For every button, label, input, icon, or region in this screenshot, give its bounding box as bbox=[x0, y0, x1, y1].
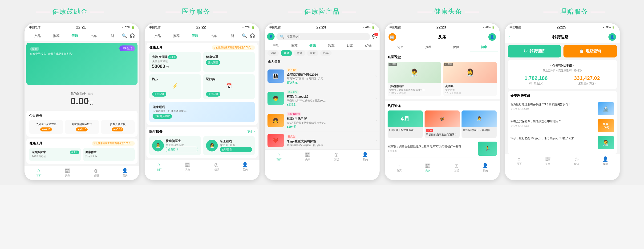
tab-home-2[interactable]: ⌂首页 bbox=[144, 162, 173, 172]
tab-home-4[interactable]: ⌂首页 bbox=[385, 163, 414, 172]
claim-btn-query[interactable]: 📋 理赔查询 bbox=[564, 45, 617, 58]
claim-header: ‹ 我要理赔 👤 bbox=[505, 31, 620, 43]
nav-car-2[interactable]: 汽车 bbox=[204, 33, 223, 39]
user-icon-4[interactable]: 👤 bbox=[488, 33, 496, 41]
tab-mine-5[interactable]: 👤我的 bbox=[591, 156, 620, 166]
tab-mine-2[interactable]: 👤我的 bbox=[231, 162, 260, 172]
nav-health-3[interactable]: 健康 bbox=[304, 43, 322, 49]
nav-product-1[interactable]: 产品 bbox=[28, 33, 47, 39]
tool-weight[interactable]: 健康体重 开始测量 ▶ bbox=[83, 148, 135, 161]
tool-box-walk[interactable]: 走路换保障 马上抢 免费最高可领 50000 元 bbox=[149, 52, 201, 72]
coin-explain[interactable]: 视频 bbox=[88, 92, 93, 95]
claim-title: 我要理赔 bbox=[512, 34, 608, 40]
tab-mine-1[interactable]: 👤 我的 bbox=[111, 168, 140, 178]
sub-nav-subscribe[interactable]: 订阅 bbox=[387, 43, 414, 52]
tab-home-3[interactable]: ⌂首页 bbox=[265, 152, 294, 161]
filter-all[interactable]: 全部 bbox=[268, 50, 279, 56]
carrier-2: 中国电信 bbox=[149, 26, 160, 30]
tool-box-weight[interactable]: 健康体重 开始测量 bbox=[203, 52, 255, 72]
nav-car-3[interactable]: 汽车 bbox=[322, 43, 341, 49]
nav-product-3[interactable]: 产品 bbox=[266, 43, 285, 49]
tab-headline-4[interactable]: 📰头条 bbox=[414, 163, 442, 172]
service-icon-1[interactable]: 🎧 bbox=[130, 33, 136, 39]
claim-btn-apply[interactable]: 🛡 我要理赔 bbox=[508, 45, 561, 58]
nav-recommend-1[interactable]: 推荐 bbox=[47, 33, 66, 39]
news-card-3[interactable]: 👨‍⚕️ 重疾罕见病0...了解详情 bbox=[462, 110, 496, 138]
filter-health[interactable]: 健康 bbox=[281, 50, 292, 56]
phone-3: 中国电信 22:24 ▲ 69% 🔋 👤 🔍 💬 32 bbox=[264, 23, 380, 180]
doctor-card-1[interactable]: 👨‍⚕️ 31课时 便秘的秘密 学祖资，朝阳医院西区肛肠科主任 1012人正在学… bbox=[388, 62, 441, 96]
section-title-1: 健康鼓励金 bbox=[7, 5, 133, 21]
tab-discover-3[interactable]: ◎发现 bbox=[322, 152, 351, 161]
task-items: 了解医疗保险方案 ⊕+0.18 测试你的风险缺口 ⊕+0.18 步数兑换保额 ⊕… bbox=[29, 120, 135, 134]
news-card-2[interactable]: 🦋 NEW 甲状腺疾病高发如何预防？ bbox=[424, 110, 460, 138]
tab-headline-5[interactable]: 📰头条 bbox=[534, 156, 562, 166]
sub-nav-health[interactable]: 健康 bbox=[470, 43, 498, 52]
tab-mine-3[interactable]: 👤我的 bbox=[351, 152, 380, 161]
nav-wealth-2[interactable]: 财 bbox=[223, 33, 242, 39]
nav-product-2[interactable]: 产品 bbox=[148, 33, 167, 39]
vip-badge[interactable]: U享会员 bbox=[120, 46, 135, 51]
nav-wealth-3[interactable]: 财富 bbox=[340, 43, 359, 49]
tab-headline-1[interactable]: 📰 头条 bbox=[53, 168, 82, 178]
nav-optimal-3[interactable]: 优选 bbox=[359, 43, 378, 49]
sub-nav-4: 订阅 推荐 保险 健康 bbox=[385, 43, 500, 52]
tool-box-calendar[interactable]: 记姨妈 📅 开始记录 bbox=[203, 74, 255, 100]
tool-box-run[interactable]: 跑步 ⚡ 开始记录 bbox=[149, 74, 201, 100]
task-2[interactable]: 测试你的风险缺口 ⊕+0.18 bbox=[65, 120, 99, 134]
tab-discover-5[interactable]: ◎发现 bbox=[562, 156, 591, 166]
tab-home-5[interactable]: ⌂首页 bbox=[505, 156, 534, 166]
tab-mine-4[interactable]: 👤我的 bbox=[471, 163, 500, 172]
tab-discover-4[interactable]: ◎发现 bbox=[442, 163, 471, 172]
more-btn-2[interactable]: 更多> bbox=[247, 130, 254, 134]
sleep-banner[interactable]: 健康睡眠 头颈转两圈，舒展展望望望天... 了解更多睡眠 bbox=[149, 102, 255, 122]
claim-article-2[interactable]: 我有众安保险单，出险该怎么申请理赔？ 众安头条 ◎ 4003 保险100问 bbox=[510, 117, 614, 134]
nav-recommend-2[interactable]: 推荐 bbox=[167, 33, 186, 39]
product-card-4[interactable]: ❤️ 重疾险 乐活e生重大疾病保险 100种重疾+50种轻症 | 特定疾病...… bbox=[265, 132, 380, 150]
user-avatar-3[interactable]: 👤 bbox=[267, 33, 274, 40]
nav-health-2[interactable]: 健康 bbox=[186, 33, 204, 39]
search-icon-2[interactable]: 🔍 bbox=[242, 33, 248, 39]
product-card-2[interactable]: 👦 全新升级 尊享e生 2020版 不吸烟人群享优选价格 | 最高600... … bbox=[265, 87, 380, 109]
product-card-3[interactable]: 👧 甲状腺定制 尊享e生优甲版 400万医疗险 | 甲状腺结节患者定... ¥1… bbox=[265, 109, 380, 132]
msg-icon-3[interactable]: 💬 32 bbox=[372, 34, 377, 39]
claim-article-1[interactable]: 百万医疗险理赔有多便捷？3个真实案例告诉你！ 众安头条 ◎ 2689 🔬 bbox=[510, 100, 614, 117]
filter-home[interactable]: 家财 bbox=[307, 50, 318, 56]
claim-btns: 🛡 我要理赔 📋 理赔查询 bbox=[508, 45, 617, 58]
article-info-3: 14次，医疗垫付100多万，他把母亲从ICU救了回来 bbox=[510, 136, 595, 141]
doctor-card-2[interactable]: 👩‍⚕️ 27课时 高血压 专业医师 175人正在学习 bbox=[444, 62, 497, 96]
claim-user-icon[interactable]: 👤 bbox=[608, 33, 616, 41]
tab-headline-2[interactable]: 📰头条 bbox=[173, 162, 202, 172]
sub-nav-recommend[interactable]: 推荐 bbox=[414, 43, 442, 52]
section-titles-row: 健康鼓励金 医疗服务 健康险产品 健康头条 理赔服务 bbox=[7, 5, 637, 21]
nav-car-1[interactable]: 汽车 bbox=[84, 33, 103, 39]
sub-nav-insurance[interactable]: 保险 bbox=[442, 43, 470, 52]
tab-home-1[interactable]: ⌂ 首页 bbox=[24, 168, 53, 178]
task-3[interactable]: 步数兑换保额 ⊕+0.20 bbox=[101, 120, 135, 134]
back-button[interactable]: ‹ bbox=[508, 34, 510, 40]
nav-bar-2: 产品 推荐 健康 汽车 财 🔍 🎧 bbox=[144, 31, 260, 41]
service-icon-2[interactable]: 🎧 bbox=[250, 33, 256, 39]
article-info-1: 百万医疗险理赔有多便捷？3个真实案例告诉你！ 众安头条 ◎ 2689 bbox=[510, 102, 595, 111]
news-card-1[interactable]: 4月 4月健康月报立即查看 bbox=[388, 110, 423, 138]
tool-walk[interactable]: 走路换保障 马上抢 免费最高可领 bbox=[29, 148, 81, 161]
claim-article-3[interactable]: 14次，医疗垫付100多万，他把母亲从ICU救了回来 👨‍⚕️ bbox=[510, 134, 614, 151]
tools-header-1: 健康工具 首次使用健康工具最高可领取0.69元！ bbox=[29, 141, 135, 146]
tab-discover-1[interactable]: ◎ 发现 bbox=[82, 168, 111, 178]
news-list-item-1[interactable]: 专家说：调阅全全慢性性病...运动凡,可可以代替任何一种独 众安头条 🏃 bbox=[388, 140, 497, 158]
tab-headline-3[interactable]: 📰头条 bbox=[294, 152, 322, 161]
product-card-1[interactable]: 👨‍👩‍👧 首月2元 众安百万医疗保险2020 最高600万保额 | 首月两元（… bbox=[265, 65, 380, 87]
guide-badge[interactable]: 攻略 bbox=[30, 47, 39, 51]
filter-car[interactable]: 汽车 bbox=[320, 50, 332, 56]
task-1[interactable]: 了解医疗保险方案 ⊕+0.18 bbox=[29, 120, 63, 134]
service-famous-doctor[interactable]: 👩‍⚕️ 名医在线 专业医疗服务 立即查看 bbox=[203, 136, 255, 155]
filter-accident[interactable]: 意外 bbox=[294, 50, 305, 56]
service-quick-doctor[interactable]: 👨‍⚕️ 快速问医生 全天候极速响应 免费咨询 bbox=[149, 136, 201, 155]
screen5-scroll: 🛡 我要理赔 📋 理赔查询 - 众安安心理赔 - 截止至昨日众安健康险累计赔付①… bbox=[505, 43, 620, 154]
nav-wealth-1[interactable]: 财 bbox=[103, 33, 122, 39]
tab-discover-2[interactable]: ◎发现 bbox=[202, 162, 231, 172]
search-input-3[interactable] bbox=[286, 35, 367, 38]
search-icon-1[interactable]: 🔍 bbox=[122, 33, 128, 39]
nav-health-1[interactable]: 健康 bbox=[66, 33, 84, 39]
nav-recommend-3[interactable]: 推荐 bbox=[285, 43, 304, 49]
